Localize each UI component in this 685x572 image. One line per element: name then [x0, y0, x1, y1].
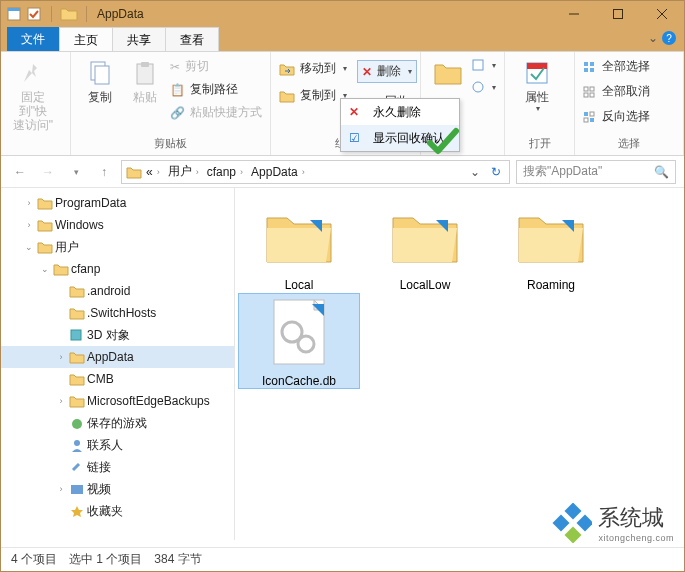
green-check-overlay: [426, 127, 460, 157]
nav-tree[interactable]: ›ProgramData ›Windows ⌄用户 ⌄cfanp .androi…: [1, 188, 235, 540]
tree-links[interactable]: 链接: [1, 456, 234, 478]
copy-to-button[interactable]: 复制到▾: [279, 87, 347, 104]
new-item-button[interactable]: ▾: [471, 58, 496, 72]
view-tab[interactable]: 查看: [165, 27, 219, 51]
svg-rect-23: [584, 112, 588, 116]
folder-icon: [506, 198, 596, 274]
up-button[interactable]: ↑: [93, 161, 115, 183]
search-icon: 🔍: [654, 165, 669, 179]
folder-locallow[interactable]: LocalLow: [365, 198, 485, 292]
svg-point-29: [74, 440, 80, 446]
maximize-button[interactable]: [596, 1, 640, 27]
tree-videos[interactable]: ›视频: [1, 478, 234, 500]
watermark: 系统城 xitongcheng.com: [552, 503, 674, 543]
newitem-icon: [471, 58, 485, 72]
paste-icon: [132, 56, 158, 90]
checkbox-checked-icon: ☑: [349, 131, 365, 145]
svg-rect-8: [95, 66, 109, 84]
tree-savedgames[interactable]: 保存的游戏: [1, 412, 234, 434]
crumb-root[interactable]: «›: [144, 165, 164, 179]
watermark-text: 系统城: [598, 503, 674, 533]
svg-rect-4: [614, 10, 623, 19]
tree-contacts[interactable]: 联系人: [1, 434, 234, 456]
copy-path-button[interactable]: 📋复制路径: [170, 81, 262, 98]
new-folder-button[interactable]: [429, 56, 467, 90]
cut-button[interactable]: ✂剪切: [170, 58, 262, 75]
help-icon[interactable]: ?: [662, 31, 676, 45]
status-selected: 选中 1 个项目: [69, 551, 142, 568]
address-bar[interactable]: «› 用户› cfanp› AppData› ⌄ ↻: [121, 160, 510, 184]
chevron-down-icon: ▾: [343, 64, 347, 73]
copy-button[interactable]: 复制: [79, 56, 121, 104]
window-title: AppData: [91, 7, 552, 21]
crumb-users[interactable]: 用户›: [166, 163, 203, 180]
search-box[interactable]: 搜索"AppData" 🔍: [516, 160, 676, 184]
crumb-appdata[interactable]: AppData›: [249, 165, 309, 179]
easy-access-button[interactable]: ▾: [471, 80, 496, 94]
forward-button[interactable]: →: [37, 161, 59, 183]
svg-rect-16: [590, 62, 594, 66]
file-tab[interactable]: 文件: [7, 27, 59, 51]
svg-rect-35: [553, 515, 570, 532]
share-tab[interactable]: 共享: [112, 27, 166, 51]
back-button[interactable]: ←: [9, 161, 31, 183]
svg-rect-21: [584, 93, 588, 97]
folder-icon: [433, 56, 463, 90]
home-tab[interactable]: 主页: [59, 27, 113, 51]
permanent-delete-item[interactable]: ✕ 永久删除: [341, 99, 459, 125]
tree-favorites[interactable]: 收藏夹: [1, 500, 234, 522]
tree-appdata[interactable]: ›AppData: [1, 346, 234, 368]
search-placeholder: 搜索"AppData": [523, 163, 602, 180]
svg-rect-27: [71, 330, 81, 340]
properties-button[interactable]: 属性 ▾: [513, 56, 561, 113]
watermark-logo-icon: [552, 503, 592, 543]
invert-selection-button[interactable]: 反向选择: [583, 108, 650, 125]
copyto-icon: [279, 89, 295, 103]
selectall-icon: [583, 61, 597, 73]
qat-properties-icon[interactable]: [5, 5, 23, 23]
pin-to-quickaccess-button[interactable]: 固定到"快 速访问": [9, 56, 57, 132]
close-button[interactable]: [640, 1, 684, 27]
recent-dropdown[interactable]: ▾: [65, 161, 87, 183]
nav-bar: ← → ▾ ↑ «› 用户› cfanp› AppData› ⌄ ↻ 搜索"Ap…: [1, 156, 684, 188]
file-list[interactable]: Local LocalLow Roaming IconCache.db: [235, 188, 684, 540]
minimize-button[interactable]: [552, 1, 596, 27]
address-dropdown-icon[interactable]: ⌄: [465, 165, 485, 179]
tree-windows[interactable]: ›Windows: [1, 214, 234, 236]
status-size: 384 字节: [154, 551, 201, 568]
delete-button[interactable]: ✕删除▾: [357, 60, 417, 83]
select-none-button[interactable]: 全部取消: [583, 83, 650, 100]
move-to-button[interactable]: 移动到▾: [279, 60, 347, 77]
tree-cfanp[interactable]: ⌄cfanp: [1, 258, 234, 280]
tree-3dobjects[interactable]: 3D 对象: [1, 324, 234, 346]
quick-access-toolbar: [1, 5, 47, 23]
title-bar: AppData: [1, 1, 684, 27]
tree-edgebackups[interactable]: ›MicrosoftEdgeBackups: [1, 390, 234, 412]
tree-programdata[interactable]: ›ProgramData: [1, 192, 234, 214]
tree-android[interactable]: .android: [1, 280, 234, 302]
paste-button[interactable]: 粘贴: [125, 56, 167, 104]
status-count: 4 个项目: [11, 551, 57, 568]
tree-cmb[interactable]: CMB: [1, 368, 234, 390]
svg-rect-19: [584, 87, 588, 91]
folder-roaming[interactable]: Roaming: [491, 198, 611, 292]
svg-rect-15: [584, 62, 588, 66]
svg-rect-26: [590, 118, 594, 122]
crumb-cfanp[interactable]: cfanp›: [205, 165, 247, 179]
folder-icon: [380, 198, 470, 274]
folder-local[interactable]: Local: [239, 198, 359, 292]
qat-checkbox-icon[interactable]: [25, 5, 43, 23]
window-folder-icon: [60, 5, 78, 23]
select-group-label: 选择: [575, 134, 683, 155]
file-icon: [254, 294, 344, 370]
main-area: ›ProgramData ›Windows ⌄用户 ⌄cfanp .androi…: [1, 188, 684, 540]
select-all-button[interactable]: 全部选择: [583, 58, 650, 75]
paste-shortcut-button[interactable]: 🔗粘贴快捷方式: [170, 104, 262, 121]
refresh-button[interactable]: ↻: [487, 165, 505, 179]
tree-users[interactable]: ⌄用户: [1, 236, 234, 258]
file-iconcache[interactable]: IconCache.db: [239, 294, 359, 388]
tree-switchhosts[interactable]: .SwitchHosts: [1, 302, 234, 324]
ribbon-group-blank: [1, 137, 70, 155]
ribbon-collapse-icon[interactable]: ⌄: [648, 31, 658, 45]
svg-point-12: [473, 82, 483, 92]
